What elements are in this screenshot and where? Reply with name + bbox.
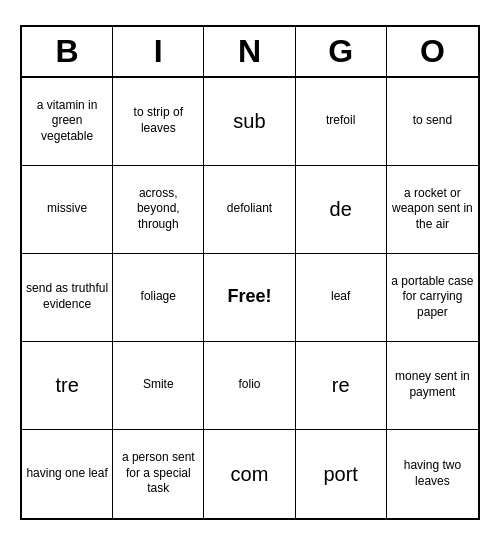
bingo-cell[interactable]: send as truthful evidence xyxy=(22,254,113,342)
bingo-header: BINGO xyxy=(22,27,478,78)
bingo-grid: a vitamin in green vegetableto strip of … xyxy=(22,78,478,518)
bingo-cell[interactable]: defoliant xyxy=(204,166,295,254)
bingo-cell[interactable]: a rocket or weapon sent in the air xyxy=(387,166,478,254)
bingo-cell[interactable]: com xyxy=(204,430,295,518)
bingo-cell[interactable]: sub xyxy=(204,78,295,166)
bingo-cell[interactable]: a portable case for carrying paper xyxy=(387,254,478,342)
bingo-cell[interactable]: de xyxy=(296,166,387,254)
bingo-cell[interactable]: Free! xyxy=(204,254,295,342)
bingo-cell[interactable]: port xyxy=(296,430,387,518)
bingo-card: BINGO a vitamin in green vegetableto str… xyxy=(20,25,480,520)
header-letter: I xyxy=(113,27,204,76)
bingo-cell[interactable]: leaf xyxy=(296,254,387,342)
bingo-cell[interactable]: re xyxy=(296,342,387,430)
bingo-cell[interactable]: having one leaf xyxy=(22,430,113,518)
bingo-cell[interactable]: a person sent for a special task xyxy=(113,430,204,518)
header-letter: G xyxy=(296,27,387,76)
bingo-cell[interactable]: tre xyxy=(22,342,113,430)
bingo-cell[interactable]: folio xyxy=(204,342,295,430)
bingo-cell[interactable]: to strip of leaves xyxy=(113,78,204,166)
bingo-cell[interactable]: missive xyxy=(22,166,113,254)
bingo-cell[interactable]: across, beyond, through xyxy=(113,166,204,254)
bingo-cell[interactable]: having two leaves xyxy=(387,430,478,518)
bingo-cell[interactable]: money sent in payment xyxy=(387,342,478,430)
bingo-cell[interactable]: to send xyxy=(387,78,478,166)
header-letter: N xyxy=(204,27,295,76)
bingo-cell[interactable]: trefoil xyxy=(296,78,387,166)
header-letter: B xyxy=(22,27,113,76)
header-letter: O xyxy=(387,27,478,76)
bingo-cell[interactable]: foliage xyxy=(113,254,204,342)
bingo-cell[interactable]: Smite xyxy=(113,342,204,430)
bingo-cell[interactable]: a vitamin in green vegetable xyxy=(22,78,113,166)
